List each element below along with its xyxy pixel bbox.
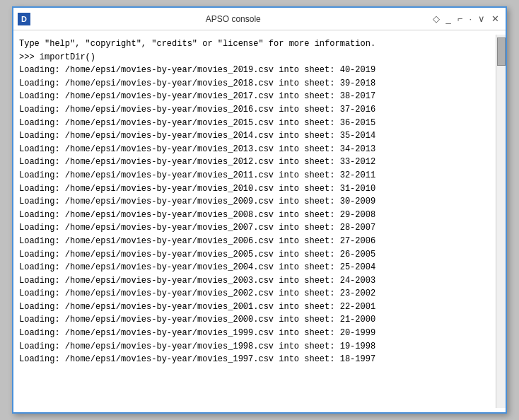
dot-icon: · bbox=[467, 13, 474, 24]
console-line: Loading: /home/epsi/movies-by-year/movie… bbox=[19, 248, 490, 262]
diamond-icon[interactable]: ◇ bbox=[431, 13, 442, 24]
console-line: Loading: /home/epsi/movies-by-year/movie… bbox=[19, 129, 490, 143]
console-line: Loading: /home/epsi/movies-by-year/movie… bbox=[19, 90, 490, 103]
window-controls[interactable]: ◇ _ ⌐ · ∨ ✕ bbox=[431, 13, 501, 24]
console-line: >>> importDir() bbox=[19, 51, 490, 64]
console-line: Loading: /home/epsi/movies-by-year/movie… bbox=[19, 117, 490, 130]
console-line: Loading: /home/epsi/movies-by-year/movie… bbox=[19, 287, 490, 301]
scrollbar-thumb[interactable] bbox=[497, 37, 506, 66]
shade-button[interactable]: ∨ bbox=[476, 13, 487, 24]
console-area: Type "help", "copyright", "credits" or "… bbox=[13, 30, 506, 412]
console-line: Type "help", "copyright", "credits" or "… bbox=[19, 37, 490, 51]
console-line: Loading: /home/epsi/movies-by-year/movie… bbox=[19, 221, 490, 235]
console-line: Loading: /home/epsi/movies-by-year/movie… bbox=[19, 195, 490, 209]
console-line: Loading: /home/epsi/movies-by-year/movie… bbox=[19, 353, 490, 366]
scrollbar[interactable] bbox=[496, 35, 506, 408]
app-icon: D bbox=[18, 13, 30, 25]
console-line: Loading: /home/epsi/movies-by-year/movie… bbox=[19, 274, 490, 288]
window-title: APSO console bbox=[36, 14, 431, 24]
console-line: Loading: /home/epsi/movies-by-year/movie… bbox=[19, 209, 490, 222]
apso-console-window: D APSO console ◇ _ ⌐ · ∨ ✕ Type "help", … bbox=[12, 6, 507, 414]
console-line: Loading: /home/epsi/movies-by-year/movie… bbox=[19, 143, 490, 156]
title-bar: D APSO console ◇ _ ⌐ · ∨ ✕ bbox=[13, 8, 506, 30]
console-line: Loading: /home/epsi/movies-by-year/movie… bbox=[19, 235, 490, 248]
console-line: Loading: /home/epsi/movies-by-year/movie… bbox=[19, 261, 490, 274]
console-line: Loading: /home/epsi/movies-by-year/movie… bbox=[19, 313, 490, 327]
console-line: Loading: /home/epsi/movies-by-year/movie… bbox=[19, 156, 490, 169]
console-line: Loading: /home/epsi/movies-by-year/movie… bbox=[19, 169, 490, 182]
console-line: Loading: /home/epsi/movies-by-year/movie… bbox=[19, 301, 490, 314]
console-line: Loading: /home/epsi/movies-by-year/movie… bbox=[19, 340, 490, 354]
minimize-button[interactable]: _ bbox=[444, 13, 453, 24]
close-button[interactable]: ✕ bbox=[489, 13, 501, 24]
console-line: Loading: /home/epsi/movies-by-year/movie… bbox=[19, 182, 490, 196]
console-line: Loading: /home/epsi/movies-by-year/movie… bbox=[19, 103, 490, 117]
console-line: Loading: /home/epsi/movies-by-year/movie… bbox=[19, 77, 490, 91]
console-line: Loading: /home/epsi/movies-by-year/movie… bbox=[19, 64, 490, 77]
console-output[interactable]: Type "help", "copyright", "credits" or "… bbox=[13, 35, 496, 408]
console-line: Loading: /home/epsi/movies-by-year/movie… bbox=[19, 327, 490, 340]
restore-button[interactable]: ⌐ bbox=[455, 13, 465, 24]
